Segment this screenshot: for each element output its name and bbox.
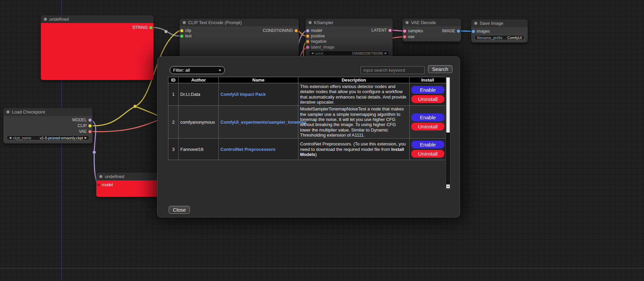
seed-widget[interactable]: ◀ seed 156680208700286 ▶ — [309, 51, 390, 56]
cell-install: Enable Uninstall — [410, 83, 446, 106]
port-icon[interactable] — [403, 30, 406, 33]
search-input[interactable] — [361, 66, 425, 74]
node-title-bar[interactable]: Load Checkpoint — [3, 108, 93, 116]
cell-install: Enable Uninstall — [410, 106, 446, 139]
output-slot-model[interactable]: MODEL — [72, 118, 92, 122]
port-icon[interactable] — [457, 30, 460, 33]
extension-link[interactable]: ControlNet Preprocessors — [220, 147, 276, 152]
collapse-dot-icon[interactable] — [6, 110, 10, 113]
input-slot-clip[interactable]: clip — [180, 28, 191, 33]
ckpt-name-widget[interactable]: ◀ ckpt_name v1-5-pruned-emaonly.ckpt ▶ — [6, 135, 89, 140]
node-title-bar[interactable]: KSampler — [306, 19, 393, 27]
slot-label: text — [185, 34, 192, 38]
input-slot-images[interactable]: images — [472, 29, 490, 34]
input-slot-text[interactable]: text — [180, 34, 192, 38]
slot-label: negative — [311, 39, 326, 44]
output-slot-image[interactable]: IMAGE — [442, 29, 460, 33]
node-load-checkpoint[interactable]: Load Checkpoint MODEL CLIP VAE ◀ ckpt_na… — [3, 108, 93, 143]
collapse-dot-icon[interactable] — [183, 21, 186, 24]
enable-button-row-1[interactable]: Enable — [411, 86, 444, 94]
slot-label: MODEL — [72, 118, 87, 122]
input-slot-vae[interactable]: vae — [403, 34, 414, 39]
output-slot-latent[interactable]: LATENT — [371, 28, 392, 33]
decrement-arrow-icon[interactable]: ◀ — [9, 137, 11, 139]
port-icon[interactable] — [403, 35, 406, 38]
collapse-dot-icon[interactable] — [99, 175, 102, 178]
slot-label: CONDITIONING — [263, 28, 293, 33]
port-icon[interactable] — [306, 46, 309, 49]
node-title: VAE Decode — [411, 20, 436, 25]
node-canvas[interactable]: undefined STRING CLIP Text Encode (Promp… — [0, 0, 644, 281]
filter-select[interactable]: Filter: all ▼ — [170, 66, 225, 74]
reroute-dot-model[interactable] — [93, 151, 96, 154]
port-icon[interactable] — [180, 35, 183, 38]
node-undefined-bottom[interactable]: undefined model — [96, 173, 159, 197]
extension-table: ID Author Name Description Install 1 Dr.… — [168, 77, 446, 160]
node-undefined-top[interactable]: undefined STRING — [41, 15, 153, 80]
port-icon[interactable] — [180, 29, 183, 32]
port-icon[interactable] — [306, 40, 309, 43]
increment-arrow-icon[interactable]: ▶ — [85, 137, 87, 139]
node-vae-decode[interactable]: VAE Decode samples vae IMAGE — [402, 19, 461, 41]
decrement-arrow-icon[interactable]: ◀ — [311, 52, 313, 55]
close-button[interactable]: Close — [169, 206, 190, 214]
enable-button-row-3[interactable]: Enable — [411, 141, 444, 148]
port-icon[interactable] — [88, 119, 92, 122]
increment-arrow-icon[interactable]: ▶ — [385, 52, 387, 55]
node-title-bar[interactable]: undefined — [41, 15, 153, 23]
node-title-bar[interactable]: VAE Decode — [402, 19, 461, 27]
port-icon[interactable] — [472, 30, 475, 33]
enable-button-row-2[interactable]: Enable — [411, 113, 444, 121]
filename-prefix-widget[interactable]: filename_prefix ComfyUI — [474, 35, 525, 40]
input-slot-model[interactable]: model — [97, 182, 113, 187]
node-clip-text-encode[interactable]: CLIP Text Encode (Prompt) clip text COND… — [180, 19, 299, 59]
node-title-bar[interactable]: Save Image — [471, 19, 528, 27]
output-slot-conditioning[interactable]: CONDITIONING — [263, 28, 298, 33]
slot-label: samples — [408, 29, 423, 33]
collapse-dot-icon[interactable] — [44, 18, 47, 21]
node-ksampler[interactable]: KSampler model positive negative latent_… — [306, 19, 393, 59]
scrollbar[interactable]: ▼ — [446, 77, 450, 189]
node-title-bar[interactable]: undefined — [96, 173, 159, 180]
uninstall-button-row-3[interactable]: Uninstall — [411, 150, 444, 158]
slot-label: clip — [185, 28, 191, 33]
node-body: model — [96, 180, 159, 197]
node-save-image[interactable]: Save Image images filename_prefix ComfyU… — [471, 19, 528, 42]
port-icon[interactable] — [149, 26, 152, 29]
cell-description: ModelSamplerTonemapNoiseTest a node that… — [298, 106, 410, 139]
node-title-bar[interactable]: CLIP Text Encode (Prompt) — [180, 19, 299, 27]
output-slot-vae[interactable]: VAE — [79, 129, 92, 134]
collapse-dot-icon[interactable] — [474, 22, 477, 25]
collapse-dot-icon[interactable] — [309, 21, 312, 24]
uninstall-button-row-2[interactable]: Uninstall — [411, 123, 444, 130]
input-slot-negative[interactable]: negative — [306, 39, 326, 44]
slot-label: CLIP — [78, 123, 87, 128]
input-slot-model[interactable]: model — [306, 28, 322, 33]
port-icon[interactable] — [88, 124, 92, 127]
port-icon[interactable] — [295, 29, 298, 32]
extension-link[interactable]: ComfyUI_experiments/sampler_tonemap — [220, 120, 306, 125]
extension-link[interactable]: ComfyUI Impact Pack — [220, 92, 266, 97]
output-slot-clip[interactable]: CLIP — [78, 123, 92, 128]
input-slot-latent-image[interactable]: latent_image — [306, 45, 334, 50]
scrollbar-thumb[interactable] — [446, 77, 450, 133]
cell-author: Fannovel16 — [179, 139, 219, 160]
reroute-dot-clip[interactable] — [133, 105, 137, 108]
port-icon[interactable] — [88, 130, 92, 133]
reroute-dot-string[interactable] — [164, 30, 168, 33]
node-title: undefined — [49, 17, 69, 22]
node-body: clip text CONDITIONING — [180, 27, 299, 59]
port-icon[interactable] — [306, 29, 309, 32]
port-icon[interactable] — [389, 29, 392, 32]
port-icon[interactable] — [306, 35, 309, 38]
port-icon[interactable] — [97, 183, 100, 187]
output-slot-string[interactable]: STRING — [132, 25, 152, 30]
input-slot-samples[interactable]: samples — [403, 29, 423, 33]
scroll-down-icon[interactable]: ▼ — [446, 185, 450, 188]
slot-label: STRING — [132, 25, 148, 30]
input-slot-positive[interactable]: positive — [306, 34, 325, 38]
collapse-dot-icon[interactable] — [406, 21, 409, 24]
search-button[interactable]: Search — [428, 65, 452, 73]
canvas-guide-horizontal — [0, 268, 644, 268]
uninstall-button-row-1[interactable]: Uninstall — [411, 95, 444, 103]
